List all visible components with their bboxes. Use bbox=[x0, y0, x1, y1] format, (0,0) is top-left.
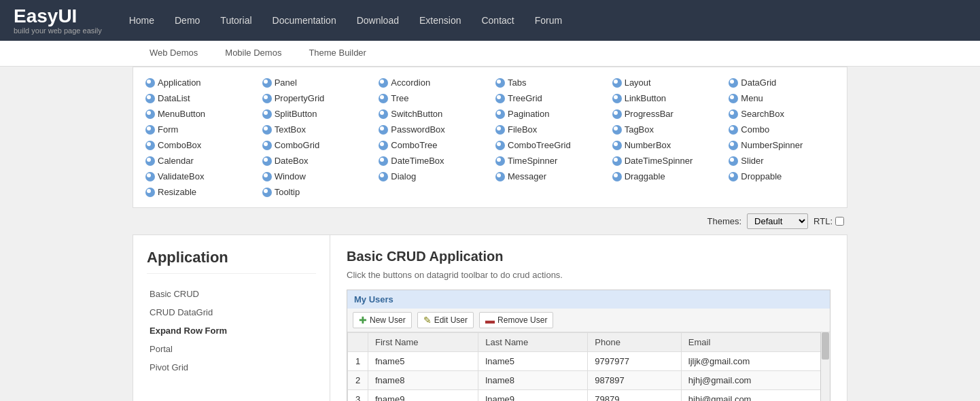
menu-item-label: ProgressBar bbox=[625, 109, 673, 119]
nav-link-demo[interactable]: Demo bbox=[175, 15, 200, 26]
menu-icon bbox=[379, 156, 388, 166]
menu-item-window[interactable]: Window bbox=[257, 169, 374, 184]
cell-lastname: lname8 bbox=[478, 371, 588, 390]
menu-item-combogrid[interactable]: ComboGrid bbox=[257, 138, 374, 152]
themes-select[interactable]: DefaultGrayMetroBootstrapMaterial bbox=[747, 213, 808, 229]
menu-item-textbox[interactable]: TextBox bbox=[257, 122, 374, 137]
menu-item-label: MenuButton bbox=[158, 109, 205, 119]
nav-link-home[interactable]: Home bbox=[129, 15, 154, 26]
menu-icon bbox=[262, 109, 272, 119]
cell-phone: 9797977 bbox=[588, 352, 681, 371]
menu-item-label: PasswordBox bbox=[391, 124, 444, 135]
menu-item-datetimebox[interactable]: DateTimeBox bbox=[373, 154, 490, 168]
menu-item-menubutton[interactable]: MenuButton bbox=[140, 107, 257, 121]
nav-link-download[interactable]: Download bbox=[357, 15, 399, 26]
menu-item-progressbar[interactable]: ProgressBar bbox=[607, 107, 724, 121]
cell-firstname: fname9 bbox=[368, 390, 478, 402]
table-row[interactable]: 2fname8lname8987897hjhj@gmail.com bbox=[348, 371, 830, 390]
menu-item-tooltip[interactable]: Tooltip bbox=[257, 185, 374, 199]
menu-item-validatebox[interactable]: ValidateBox bbox=[140, 169, 257, 184]
menu-item-tabs[interactable]: Tabs bbox=[490, 75, 607, 90]
table-row[interactable]: 1fname5lname59797977ljljk@gmail.com bbox=[348, 352, 830, 371]
menu-item-splitbutton[interactable]: SplitButton bbox=[257, 107, 374, 121]
menu-item-combotreegrid[interactable]: ComboTreeGrid bbox=[490, 138, 607, 152]
menu-icon bbox=[729, 78, 738, 88]
menu-item-resizable[interactable]: Resizable bbox=[140, 185, 257, 199]
menu-item-draggable[interactable]: Draggable bbox=[607, 169, 724, 184]
sidebar-item-crud-datagrid[interactable]: CRUD DataGrid bbox=[147, 303, 316, 321]
edit-icon: ✎ bbox=[423, 315, 432, 326]
menu-icon bbox=[379, 125, 388, 135]
menu-item-calendar[interactable]: Calendar bbox=[140, 154, 257, 168]
menu-item-filebox[interactable]: FileBox bbox=[490, 122, 607, 137]
menu-item-propertygrid[interactable]: PropertyGrid bbox=[257, 91, 374, 105]
datagrid-scroll-area: First NameLast NamePhoneEmail1fname5lnam… bbox=[347, 332, 830, 401]
menu-item-passwordbox[interactable]: PasswordBox bbox=[373, 122, 490, 137]
menu-item-label: TimeSpinner bbox=[508, 156, 557, 166]
menu-item-panel[interactable]: Panel bbox=[257, 75, 374, 90]
sidebar-item-basic-crud[interactable]: Basic CRUD bbox=[147, 285, 316, 303]
menu-icon bbox=[145, 141, 155, 150]
sub-nav-tab-theme-builder[interactable]: Theme Builder bbox=[295, 41, 380, 66]
sidebar-item-expand-row-form[interactable]: Expand Row Form bbox=[147, 321, 316, 340]
menu-icon bbox=[145, 78, 155, 88]
menu-item-form[interactable]: Form bbox=[140, 122, 257, 137]
cell-firstname: fname5 bbox=[368, 352, 478, 371]
menu-item-label: ComboBox bbox=[158, 140, 201, 150]
sidebar-item-pivot-grid[interactable]: Pivot Grid bbox=[147, 358, 316, 377]
menu-item-numberspinner[interactable]: NumberSpinner bbox=[723, 138, 840, 152]
column-header-email: Email bbox=[681, 333, 829, 352]
nav-link-tutorial[interactable]: Tutorial bbox=[220, 15, 251, 26]
menu-item-datebox[interactable]: DateBox bbox=[257, 154, 374, 168]
menu-item-timespinner[interactable]: TimeSpinner bbox=[490, 154, 607, 168]
logo-main[interactable]: EasyUI bbox=[14, 6, 102, 27]
menu-icon bbox=[262, 78, 272, 88]
menu-item-numberbox[interactable]: NumberBox bbox=[607, 138, 724, 152]
edit-user-button[interactable]: ✎ Edit User bbox=[417, 312, 474, 328]
nav-link-contact[interactable]: Contact bbox=[481, 15, 514, 26]
menu-item-tree[interactable]: Tree bbox=[373, 91, 490, 105]
menu-item-label: Resizable bbox=[158, 187, 196, 197]
menu-icon bbox=[729, 94, 738, 103]
menu-item-slider[interactable]: Slider bbox=[723, 154, 840, 168]
sidebar-item-portal[interactable]: Portal bbox=[147, 340, 316, 358]
menu-item-searchbox[interactable]: SearchBox bbox=[723, 107, 840, 121]
menu-icon bbox=[379, 109, 388, 119]
sub-nav-tab-web-demos[interactable]: Web Demos bbox=[136, 41, 211, 66]
themes-label: Themes: bbox=[707, 216, 741, 226]
sub-nav-tab-mobile-demos[interactable]: Mobile Demos bbox=[211, 41, 295, 66]
rtl-checkbox[interactable] bbox=[835, 217, 844, 226]
menu-item-combo[interactable]: Combo bbox=[723, 122, 840, 137]
menu-item-datetimespinner[interactable]: DateTimeSpinner bbox=[607, 154, 724, 168]
menu-icon bbox=[145, 109, 155, 119]
menu-item-droppable[interactable]: Droppable bbox=[723, 169, 840, 184]
menu-item-pagination[interactable]: Pagination bbox=[490, 107, 607, 121]
menu-icon bbox=[145, 172, 155, 181]
menu-item-datagrid[interactable]: DataGrid bbox=[723, 75, 840, 90]
nav-link-extension[interactable]: Extension bbox=[419, 15, 461, 26]
nav-link-forum[interactable]: Forum bbox=[535, 15, 562, 26]
menu-icon bbox=[729, 172, 738, 181]
menu-item-datalist[interactable]: DataList bbox=[140, 91, 257, 105]
menu-item-label: DateTimeSpinner bbox=[625, 156, 693, 166]
remove-user-button[interactable]: ▬ Remove User bbox=[479, 312, 553, 328]
menu-item-linkbutton[interactable]: LinkButton bbox=[607, 91, 724, 105]
menu-item-treegrid[interactable]: TreeGrid bbox=[490, 91, 607, 105]
menu-item-accordion[interactable]: Accordion bbox=[373, 75, 490, 90]
menu-item-application[interactable]: Application bbox=[140, 75, 257, 90]
menu-item-dialog[interactable]: Dialog bbox=[373, 169, 490, 184]
menu-item-messager[interactable]: Messager bbox=[490, 169, 607, 184]
menu-item-label: SplitButton bbox=[275, 109, 317, 119]
menu-item-switchbutton[interactable]: SwitchButton bbox=[373, 107, 490, 121]
menu-item-combotree[interactable]: ComboTree bbox=[373, 138, 490, 152]
table-row[interactable]: 3fname9lname979879hjhj@gmail.com bbox=[348, 390, 830, 402]
cell-phone: 987897 bbox=[588, 371, 681, 390]
menu-item-menu[interactable]: Menu bbox=[723, 91, 840, 105]
menu-item-combobox[interactable]: ComboBox bbox=[140, 138, 257, 152]
menu-item-layout[interactable]: Layout bbox=[607, 75, 724, 90]
menu-item-tagbox[interactable]: TagBox bbox=[607, 122, 724, 137]
nav-link-documentation[interactable]: Documentation bbox=[273, 15, 336, 26]
add-user-button[interactable]: ✚ New User bbox=[353, 312, 412, 328]
menu-item-label: Draggable bbox=[625, 171, 665, 181]
scrollbar[interactable] bbox=[820, 332, 830, 401]
